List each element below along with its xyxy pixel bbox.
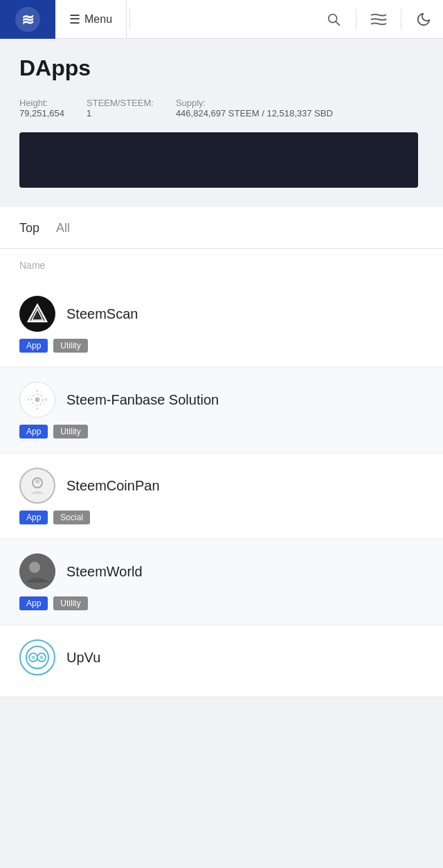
tag-app: App [19, 596, 48, 610]
search-button[interactable] [314, 0, 353, 39]
steem-nav-button[interactable] [359, 0, 398, 39]
steemscan-icon [26, 302, 49, 326]
tab-top[interactable]: Top [19, 221, 39, 248]
svg-point-22 [32, 656, 35, 659]
dapp-item-header: UpVu [19, 639, 424, 675]
svg-text:≋: ≋ [21, 10, 34, 28]
upvu-icon [25, 645, 50, 670]
menu-button[interactable]: ☰ Menu [55, 0, 127, 38]
dapp-logo-steemworld [19, 553, 55, 590]
dapp-logo-fanbase [19, 382, 55, 418]
header-divider-3 [401, 9, 401, 30]
tabs-section: Top All [0, 207, 443, 248]
dapp-name: SteemScan [66, 306, 138, 322]
page-title-area: DApps [0, 39, 443, 92]
tag-utility: Utility [53, 425, 87, 439]
steem-label: STEEM/STEEM: [87, 98, 154, 108]
dapp-item[interactable]: SteemCoinPan App Social [0, 454, 443, 538]
supply-value: 446,824,697 STEEM / 12,518,337 SBD [176, 108, 333, 118]
dapp-item-header: SteemWorld [19, 553, 424, 590]
dapp-item[interactable]: Steem-Fanbase Solution App Utility [0, 368, 443, 452]
tag-social: Social [53, 511, 90, 524]
height-value: 79,251,654 [19, 108, 64, 118]
steem-logo-icon: ≋ [14, 6, 42, 33]
dapp-item[interactable]: SteemScan App Utility [0, 282, 443, 366]
dapp-list: SteemScan App Utility Steem-Fanb [0, 282, 443, 696]
dapp-tags: App Utility [19, 425, 424, 439]
stat-supply: Supply: 446,824,697 STEEM / 12,518,337 S… [176, 98, 333, 118]
tab-all[interactable]: All [56, 221, 70, 248]
dapp-name: Steem-Fanbase Solution [66, 392, 219, 408]
name-column-label: Name [19, 260, 45, 271]
dapp-item[interactable]: UpVu [0, 626, 443, 696]
fanbase-icon [26, 388, 49, 411]
coinpan-icon [26, 475, 48, 497]
logo[interactable]: ≋ [0, 0, 55, 39]
tag-app: App [19, 339, 48, 353]
steemworld-icon [19, 553, 55, 590]
svg-point-16 [35, 479, 39, 484]
supply-label: Supply: [176, 98, 333, 108]
svg-point-23 [40, 656, 44, 659]
dapp-name: SteemWorld [66, 564, 143, 580]
svg-point-18 [29, 562, 40, 573]
dapp-name: UpVu [66, 650, 100, 666]
column-header: Name [0, 249, 443, 282]
dapp-logo-steemscan [19, 296, 55, 332]
steem-nav-icon [370, 11, 387, 28]
header-divider-2 [356, 9, 356, 30]
dapp-item-header: Steem-Fanbase Solution [19, 382, 424, 418]
page-title: DApps [19, 55, 424, 81]
dark-mode-button[interactable] [404, 0, 443, 39]
dapp-logo-upvu [19, 639, 55, 675]
dapp-item-header: SteemScan [19, 296, 424, 332]
svg-point-10 [35, 398, 39, 402]
dapp-name: SteemCoinPan [66, 478, 160, 494]
dapp-tags: App Social [19, 511, 424, 524]
tag-app: App [19, 511, 48, 524]
tag-app: App [19, 425, 48, 439]
header: ≋ ☰ Menu [0, 0, 443, 39]
dapp-item-header: SteemCoinPan [19, 468, 424, 504]
steem-value: 1 [87, 108, 154, 118]
stats-bar: Height: 79,251,654 STEEM/STEEM: 1 Supply… [0, 92, 443, 132]
height-label: Height: [19, 98, 64, 108]
moon-icon [416, 12, 431, 27]
dapp-tags: App Utility [19, 339, 424, 353]
dapp-logo-coinpan [19, 468, 55, 504]
svg-line-3 [336, 21, 339, 25]
header-divider [129, 9, 130, 30]
stat-height: Height: 79,251,654 [19, 98, 64, 118]
hamburger-icon: ☰ [69, 12, 80, 27]
tag-utility: Utility [53, 596, 87, 610]
stat-steem: STEEM/STEEM: 1 [87, 98, 154, 118]
tag-utility: Utility [53, 339, 87, 353]
dapp-tags: App Utility [19, 596, 424, 610]
banner [19, 132, 418, 188]
search-icon [326, 12, 341, 27]
tabs-row: Top All [19, 207, 424, 248]
header-icons [133, 0, 443, 39]
dapp-item[interactable]: SteemWorld App Utility [0, 540, 443, 624]
menu-label: Menu [84, 13, 112, 26]
svg-marker-6 [28, 305, 46, 321]
